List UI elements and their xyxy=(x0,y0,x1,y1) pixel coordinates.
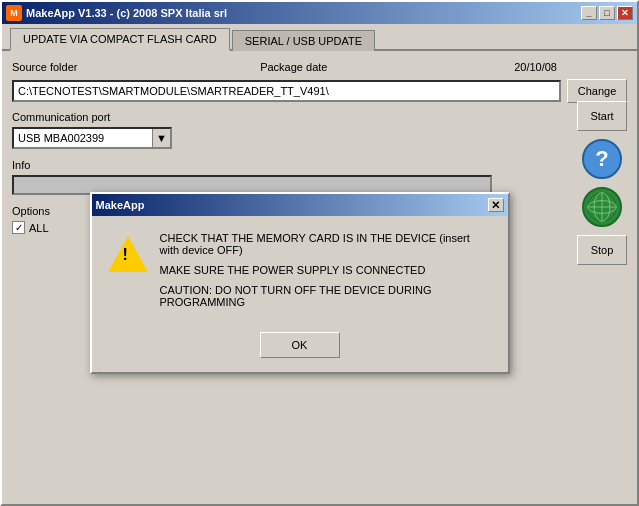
main-window: M MakeApp V1.33 - (c) 2008 SPX Italia sr… xyxy=(0,0,639,506)
warning-icon-container xyxy=(108,232,148,272)
dialog-message-1: CHECK THAT THE MEMORY CARD IS IN THE DEV… xyxy=(160,232,492,256)
dialog-message-2: MAKE SURE THE POWER SUPPLY IS CONNECTED xyxy=(160,264,492,276)
dialog-title: MakeApp xyxy=(96,199,145,211)
dialog-footer: OK xyxy=(92,324,508,372)
dialog-messages: CHECK THAT THE MEMORY CARD IS IN THE DEV… xyxy=(160,232,492,308)
ok-button[interactable]: OK xyxy=(260,332,340,358)
makeapp-dialog: MakeApp ✕ CHECK THAT THE MEMORY CARD IS … xyxy=(90,192,510,374)
dialog-body: CHECK THAT THE MEMORY CARD IS IN THE DEV… xyxy=(92,216,508,324)
dialog-overlay: MakeApp ✕ CHECK THAT THE MEMORY CARD IS … xyxy=(2,2,637,504)
dialog-message-3: CAUTION: DO NOT TURN OFF THE DEVICE DURI… xyxy=(160,284,492,308)
dialog-close-button[interactable]: ✕ xyxy=(488,198,504,212)
warning-triangle-icon xyxy=(108,236,148,272)
dialog-title-bar: MakeApp ✕ xyxy=(92,194,508,216)
